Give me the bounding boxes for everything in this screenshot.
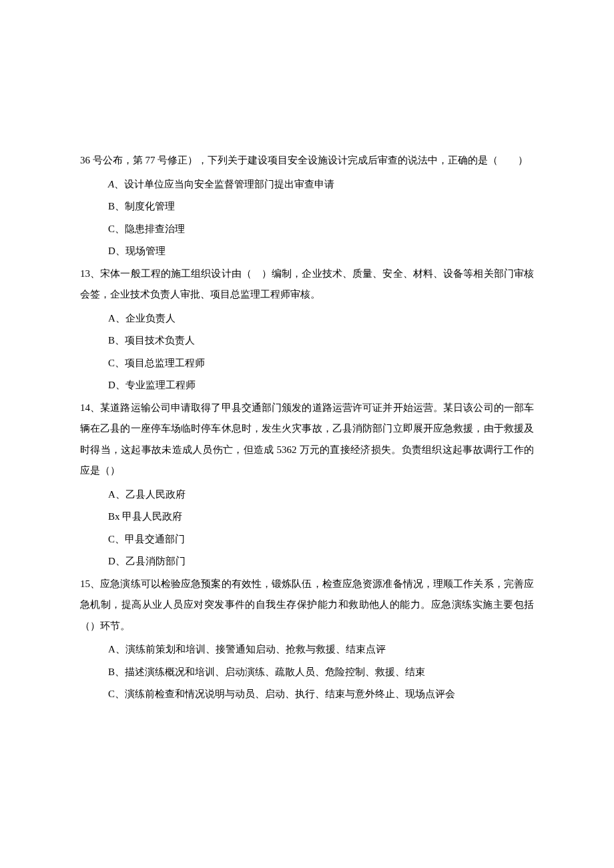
q13-option-a: A、企业负责人 [80, 308, 534, 330]
q12-option-b: B、制度化管理 [80, 196, 534, 218]
q14-option-c: C、甲县交通部门 [80, 529, 534, 550]
q15-option-c: C、演练前检查和情况说明与动员、启动、执行、结束与意外终止、现场点评会 [80, 684, 534, 705]
q14-option-b: Bx 甲县人民政府 [80, 506, 534, 528]
q15-option-a: A、演练前策划和培训、接警通知启动、抢救与救援、结束点评 [80, 639, 534, 661]
q12-option-c: C、隐患排查治理 [80, 219, 534, 240]
q15-option-b: B、描述演练概况和培训、启动演练、疏散人员、危险控制、救援、结束 [80, 662, 534, 683]
q14-option-d: D、乙县消防部门 [80, 551, 534, 572]
q13-option-b: B、项目技术负责人 [80, 330, 534, 352]
option-letter-a: A [108, 179, 114, 189]
q13-option-d: D、专业监理工程师 [80, 375, 534, 396]
option-a-text: 、设计单位应当向安全监督管理部门提出审查申请 [114, 179, 334, 189]
q12-option-a: A、设计单位应当向安全监督管理部门提出审查申请 [80, 174, 534, 195]
q15-stem: 15、应急演练可以检验应急预案的有效性，锻炼队伍，检查应急资源准备情况，理顺工作… [80, 574, 534, 637]
q12-trailing-stem: 36 号公布，第 77 号修正），下列关于建设项目安全设施设计完成后审查的说法中… [80, 150, 534, 171]
q14-stem: 14、某道路运输公司申请取得了甲县交通部门颁发的道路运营许可证并开始运营。某日该… [80, 398, 534, 482]
q13-option-c: C、项目总监理工程师 [80, 353, 534, 374]
q14-option-a: A、乙县人民政府 [80, 484, 534, 506]
q12-option-d: D、现场管理 [80, 241, 534, 262]
document-page: 36 号公布，第 77 号修正），下列关于建设项目安全设施设计完成后审查的说法中… [0, 0, 614, 868]
q13-stem: 13、宋体一般工程的施工组织设计由（ ）编制，企业技术、质量、安全、材料、设备等… [80, 264, 534, 306]
